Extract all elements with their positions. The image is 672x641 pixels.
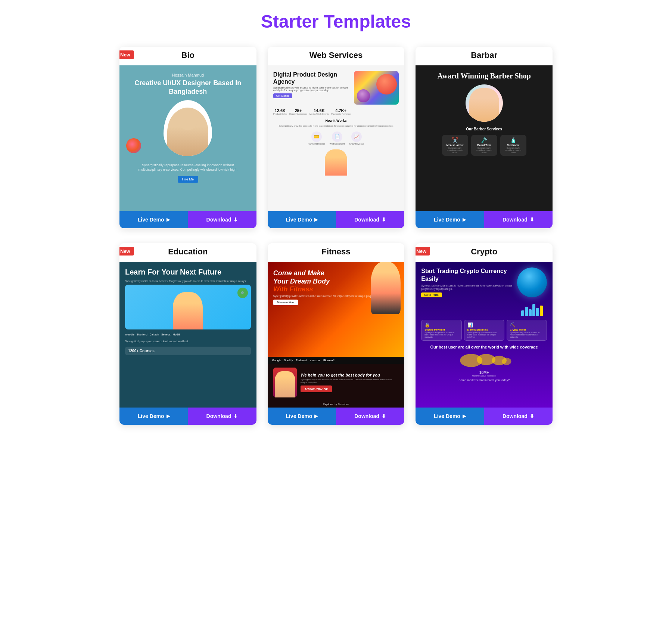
card-title-fitness: Fitness	[268, 243, 405, 262]
crypto-card-icon-1: 📊	[467, 322, 501, 328]
ws-hero-text: Digital Product Design Agency Synergisti…	[273, 71, 351, 98]
ws-icon-1: 📄 Well Document	[330, 131, 345, 145]
barbar-service-desc-1: Synergistically provide access to niche	[474, 147, 494, 154]
ws-icon-0: 💳 Payment Director	[308, 131, 325, 145]
ws-icon-2: 📈 Grow Revenue	[349, 131, 364, 145]
ws-stat-lbl-1: Happy Customers	[289, 113, 307, 115]
fitness-logos: Google Spotify Pinterest amazon Microsof…	[268, 357, 405, 364]
ws-action-bar: Live Demo ▶ Download ⬇	[268, 211, 405, 228]
crypto-card-icon-0: 🔒	[424, 322, 458, 328]
preview-fitness: Come and MakeYour Dream BodyWith Fitness…	[268, 262, 405, 408]
crypto-card-desc-0: Synergistically provide access to niche …	[424, 331, 458, 338]
ws-stat-val-2: 14.6K	[309, 108, 329, 113]
ws-download-label: Download	[354, 217, 379, 223]
ws-stat-1: 25+ Happy Customers	[289, 108, 307, 115]
fitness-section-text: We help you to get the best body for you…	[301, 373, 399, 393]
crypto-users-label: Monthly active members	[472, 375, 496, 377]
bio-live-demo-button[interactable]: Live Demo ▶	[119, 211, 188, 228]
ws-ball1	[376, 74, 397, 95]
barbar-service-desc-0: Synergistically provide access to niche	[445, 147, 465, 154]
barbar-service-icon-0: ✂️	[445, 137, 465, 143]
edu-logo-3: Seneca	[161, 333, 171, 336]
crypto-card-title-1: Market Statistics	[467, 328, 501, 331]
fitness-hero-person	[371, 262, 401, 314]
fitness-download-button[interactable]: Download ⬇	[336, 408, 404, 425]
edu-live-demo-button[interactable]: Live Demo ▶	[119, 408, 188, 425]
edu-desc: Synergistically repurpose resource level…	[125, 340, 251, 343]
crypto-download-icon: ⬇	[530, 413, 534, 419]
crypto-card-1: 📊 Market Statistics Synergistically prov…	[464, 320, 504, 341]
ws-icon-lbl-0: Payment Director	[308, 143, 325, 145]
bio-orb	[126, 138, 141, 153]
bio-hire-btn[interactable]: Hire Me	[178, 176, 199, 183]
bio-name: Hossain Mahmud	[172, 73, 204, 77]
fitness-tag: TRAIN INSANE	[301, 385, 332, 392]
page-title: Starter Templates	[7, 11, 665, 32]
barbar-download-button[interactable]: Download ⬇	[484, 211, 553, 228]
bio-avatar	[164, 100, 212, 156]
barbar-services-title: Our Barber Services	[466, 127, 502, 131]
fitness-section-person	[275, 371, 295, 397]
edu-live-demo-label: Live Demo	[138, 413, 164, 419]
bio-person-shape	[167, 108, 208, 156]
ws-stats: 12.6K Product Sales 25+ Happy Customers …	[273, 108, 399, 115]
fitness-headline-accent: With Fitness	[273, 285, 313, 293]
fitness-logo-0: Google	[272, 359, 281, 362]
crypto-live-demo-label: Live Demo	[434, 413, 460, 419]
edu-logo-4: McGill	[173, 333, 181, 336]
barbar-live-demo-button[interactable]: Live Demo ▶	[416, 211, 484, 228]
barbar-service-icon-1: 🪒	[474, 137, 494, 143]
fitness-section: We help you to get the best body for you…	[268, 364, 405, 401]
preview-crypto: Start Trading Crypto Currency Easily Syn…	[416, 262, 553, 408]
bio-download-button[interactable]: Download ⬇	[188, 211, 256, 228]
crypto-card-desc-1: Synergistically provide access to niche …	[467, 331, 501, 338]
edu-download-button[interactable]: Download ⬇	[188, 408, 256, 425]
barbar-service-desc-2: Synergistically provide access to niche	[503, 147, 523, 154]
barbar-service-name-1: Beard Trim	[474, 144, 494, 146]
crypto-live-demo-button[interactable]: Live Demo ▶	[416, 408, 484, 425]
fitness-section-sub: Synergistically builds trusted for niche…	[301, 378, 399, 384]
crypto-hero-row: Start Trading Crypto Currency Easily Syn…	[421, 267, 547, 316]
edu-logo-2: Caltech	[150, 333, 159, 336]
crypto-card-title-2: Crypto Miner	[510, 328, 544, 331]
crypto-hero-text: Start Trading Crypto Currency Easily Syn…	[421, 267, 514, 297]
edu-person-shape	[173, 292, 203, 329]
crypto-users-count: 10M+	[479, 371, 489, 375]
crypto-card-0: 🔒 Secure Payment Synergistically provide…	[421, 320, 461, 341]
fitness-action-bar: Live Demo ▶ Download ⬇	[268, 408, 405, 425]
ws-stat-val-3: 4.7K+	[331, 108, 351, 113]
fitness-logo-3: amazon	[310, 359, 320, 362]
crypto-card-2: ⛏️ Crypto Miner Synergistically provide …	[507, 320, 547, 341]
card-title-education: Education	[119, 243, 256, 262]
crypto-cta-btn[interactable]: Go to Portal	[421, 292, 442, 297]
barbar-service-name-0: Men's Haircut	[445, 144, 465, 146]
fitness-logo-1: Spotify	[284, 359, 293, 362]
card-fitness: Fitness Come and MakeYour Dream BodyWith…	[268, 243, 405, 425]
fitness-cta-btn[interactable]: Discover Now	[273, 300, 298, 305]
ws-download-button[interactable]: Download ⬇	[336, 211, 404, 228]
ws-hero-section: Digital Product Design Agency Synergisti…	[273, 71, 399, 105]
crypto-chart-bars	[521, 301, 543, 316]
preview-barbar: Award Winning Barber Shop Our Barber Ser…	[416, 65, 553, 211]
ws-live-demo-label: Live Demo	[286, 217, 312, 223]
card-title-crypto: Crypto	[416, 243, 553, 262]
fitness-live-demo-button[interactable]: Live Demo ▶	[268, 408, 336, 425]
ws-icons: 💳 Payment Director 📄 Well Document 📈 Gro…	[273, 131, 399, 145]
card-education: New Education Learn For Your Next Future…	[119, 243, 256, 425]
ws-icon-circle-0: 💳	[311, 131, 322, 142]
ws-person	[325, 149, 347, 176]
ws-cta-btn[interactable]: Get Started	[273, 93, 293, 98]
crypto-download-button[interactable]: Download ⬇	[484, 408, 553, 425]
edu-logo-0: moodle	[125, 333, 134, 336]
ws-live-demo-button[interactable]: Live Demo ▶	[268, 211, 336, 228]
edu-logo-1: Stanford	[137, 333, 147, 336]
fitness-section-title: We help you to get the best body for you	[301, 373, 399, 378]
template-grid: New Bio Hossain Mahmud Creative UI/UX De…	[119, 47, 553, 425]
card-title-web-services: Web Services	[268, 47, 405, 65]
card-bio: New Bio Hossain Mahmud Creative UI/UX De…	[119, 47, 256, 228]
ws-icon-lbl-1: Well Document	[330, 143, 345, 145]
ws-colorbox	[354, 71, 399, 105]
crypto-world-text: Our best user are all over the world wit…	[430, 344, 538, 350]
preview-education: Learn For Your Next Future Synergistical…	[119, 262, 256, 408]
fitness-logo-4: Microsoft	[323, 359, 335, 362]
